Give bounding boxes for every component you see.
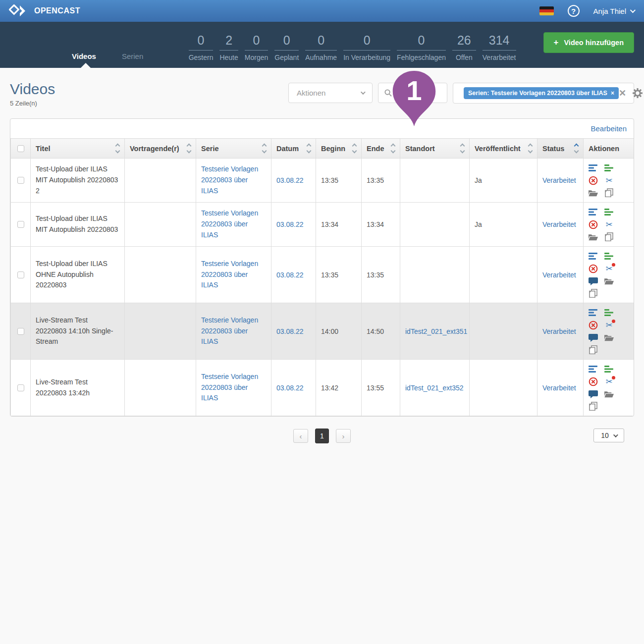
- date-link[interactable]: 03.08.22: [276, 176, 304, 184]
- status-link[interactable]: Verarbeitet: [542, 220, 576, 228]
- series-link[interactable]: Testserie Vorlagen 20220803 über ILIAS: [201, 260, 258, 289]
- filter-chip[interactable]: Serien: Testserie Vorlagen 20220803 über…: [464, 87, 619, 99]
- sort-icons[interactable]: [387, 144, 395, 153]
- column-header-beginn[interactable]: Beginn: [316, 139, 362, 159]
- status-link[interactable]: Verarbeitet: [542, 327, 576, 335]
- stat-heute[interactable]: 2Heute: [219, 33, 238, 61]
- column-header-standort[interactable]: Standort: [400, 139, 470, 159]
- duplicate-icon[interactable]: [604, 232, 614, 241]
- date-link[interactable]: 03.08.22: [276, 220, 304, 228]
- duplicate-icon[interactable]: [589, 289, 598, 298]
- series-link[interactable]: Testserie Vorlagen 20220803 über ILIAS: [201, 373, 258, 402]
- series-link[interactable]: Testserie Vorlagen 20220803 über ILIAS: [201, 316, 258, 345]
- filter-settings-gear-icon[interactable]: [633, 88, 643, 98]
- duplicate-icon[interactable]: [589, 345, 598, 354]
- editor-unsaved-icon[interactable]: ✂: [604, 377, 614, 386]
- cell-location: [400, 159, 470, 203]
- editor-unsaved-icon[interactable]: ✂: [604, 321, 614, 329]
- assets-icon[interactable]: [604, 389, 614, 398]
- sort-icons[interactable]: [259, 144, 266, 153]
- details-icon[interactable]: [589, 308, 598, 317]
- series-link[interactable]: Testserie Vorlagen 20220803 über ILIAS: [201, 209, 258, 238]
- column-header-titel[interactable]: Titel: [31, 139, 125, 159]
- sort-icons[interactable]: [183, 144, 191, 153]
- delete-icon[interactable]: [589, 220, 598, 229]
- add-video-button[interactable]: + Video hinzufügen: [543, 32, 635, 53]
- row-checkbox[interactable]: [17, 221, 24, 228]
- publications-icon[interactable]: [604, 252, 614, 261]
- edit-link[interactable]: Bearbeiten: [590, 124, 627, 133]
- stat-offen[interactable]: 26Offen: [452, 33, 476, 61]
- stat-morgen[interactable]: 0Morgen: [245, 33, 268, 61]
- stat-fehlgeschlagen[interactable]: 0Fehlgeschlagen: [397, 33, 446, 61]
- status-link[interactable]: Verarbeitet: [542, 271, 576, 279]
- location-link[interactable]: idTest_021_ext352: [405, 384, 464, 392]
- assets-icon[interactable]: [604, 276, 614, 285]
- column-header-ende[interactable]: Ende: [362, 139, 400, 159]
- assets-icon[interactable]: [589, 188, 598, 197]
- details-icon[interactable]: [589, 163, 598, 172]
- date-link[interactable]: 03.08.22: [276, 271, 304, 279]
- column-header-serie[interactable]: Serie: [196, 139, 271, 159]
- select-all-checkbox[interactable]: [17, 145, 24, 152]
- row-checkbox[interactable]: [17, 328, 24, 335]
- language-flag-icon[interactable]: [539, 6, 554, 15]
- row-checkbox[interactable]: [17, 384, 24, 391]
- sort-icons[interactable]: [457, 144, 464, 153]
- comments-icon[interactable]: [589, 276, 598, 285]
- sort-icons[interactable]: [303, 144, 311, 153]
- delete-icon[interactable]: [589, 176, 598, 185]
- delete-icon[interactable]: [589, 264, 598, 273]
- stat-gestern[interactable]: 0Gestern: [189, 33, 214, 61]
- tab-serien[interactable]: Serien: [122, 52, 143, 60]
- column-header-verffentlicht[interactable]: Veröffentlicht: [470, 139, 537, 159]
- prev-page-button[interactable]: ‹: [293, 429, 308, 443]
- assets-icon[interactable]: [604, 333, 614, 342]
- details-icon[interactable]: [589, 208, 598, 216]
- help-icon[interactable]: ?: [568, 5, 580, 17]
- duplicate-icon[interactable]: [589, 402, 598, 411]
- assets-icon[interactable]: [589, 232, 598, 241]
- duplicate-icon[interactable]: [604, 188, 614, 197]
- status-link[interactable]: Verarbeitet: [542, 176, 576, 184]
- comments-icon[interactable]: [589, 333, 598, 342]
- actions-dropdown[interactable]: Aktionen: [288, 83, 373, 103]
- column-header-datum[interactable]: Datum: [271, 139, 316, 159]
- clear-filters-icon[interactable]: ✕: [619, 89, 626, 98]
- delete-icon[interactable]: [589, 377, 598, 386]
- stat-geplant[interactable]: 0Geplant: [274, 33, 299, 61]
- stat-verarbeitet[interactable]: 314Verarbeitet: [483, 33, 516, 61]
- editor-icon[interactable]: ✂: [604, 176, 614, 185]
- delete-icon[interactable]: [589, 321, 598, 329]
- chip-close-icon[interactable]: ×: [611, 90, 614, 97]
- row-checkbox[interactable]: [17, 271, 24, 278]
- location-link[interactable]: idTest2_021_ext351: [405, 327, 467, 335]
- row-checkbox[interactable]: [17, 177, 24, 184]
- publications-icon[interactable]: [604, 308, 614, 317]
- editor-icon[interactable]: ✂: [604, 220, 614, 229]
- column-header-vortragender[interactable]: Vortragende(r): [125, 139, 196, 159]
- sort-icons[interactable]: [571, 144, 578, 153]
- editor-unsaved-icon[interactable]: ✂: [604, 264, 614, 273]
- details-icon[interactable]: [589, 365, 598, 374]
- date-link[interactable]: 03.08.22: [276, 384, 304, 392]
- series-link[interactable]: Testserie Vorlagen 20220803 über ILIAS: [201, 165, 258, 194]
- page-size-select[interactable]: 10: [593, 429, 624, 442]
- publications-icon[interactable]: [604, 365, 614, 374]
- next-page-button[interactable]: ›: [336, 429, 351, 443]
- status-link[interactable]: Verarbeitet: [542, 384, 576, 392]
- date-link[interactable]: 03.08.22: [276, 327, 304, 335]
- column-header-status[interactable]: Status: [537, 139, 584, 159]
- sort-icons[interactable]: [525, 144, 532, 153]
- current-page-button[interactable]: 1: [315, 429, 329, 443]
- stat-in-verarbeitung[interactable]: 0In Verarbeitung: [343, 33, 390, 61]
- stat-aufnahme[interactable]: 0Aufnahme: [305, 33, 337, 61]
- tab-videos[interactable]: Videos: [72, 52, 96, 60]
- details-icon[interactable]: [589, 252, 598, 261]
- publications-icon[interactable]: [604, 163, 614, 172]
- sort-icons[interactable]: [112, 144, 119, 153]
- user-menu[interactable]: Anja Thiel: [593, 7, 634, 15]
- comments-icon[interactable]: [589, 389, 598, 398]
- publications-icon[interactable]: [604, 208, 614, 216]
- sort-icons[interactable]: [349, 144, 356, 153]
